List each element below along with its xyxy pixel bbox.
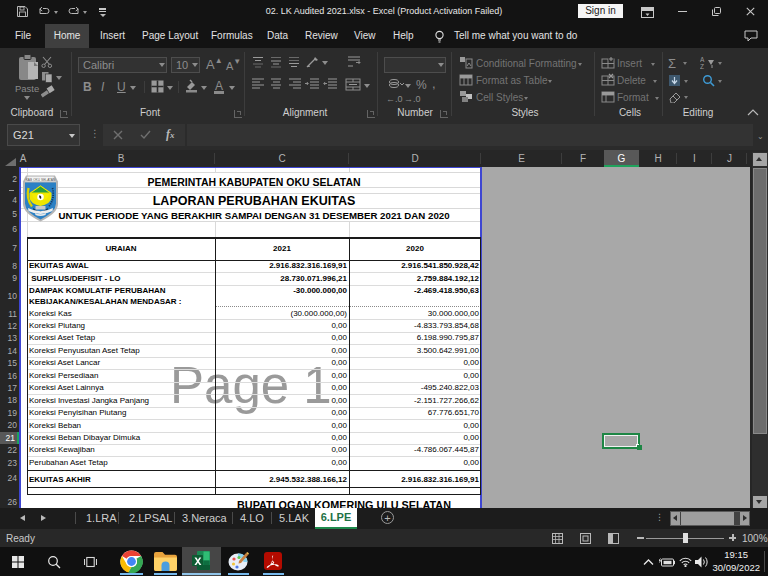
svg-text:Z: Z (700, 63, 704, 69)
svg-text:A: A (700, 56, 705, 63)
